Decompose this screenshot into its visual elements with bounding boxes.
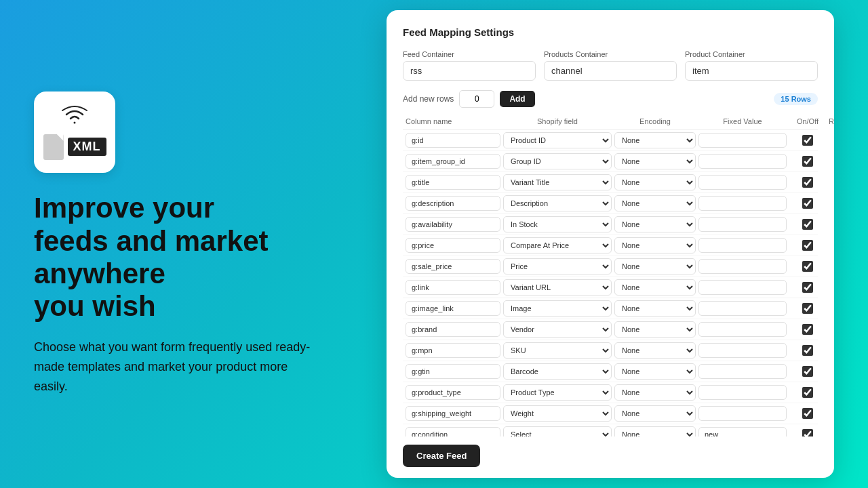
- shopify-field-select[interactable]: Product IDGroup IDVariant TitleDescripti…: [503, 174, 612, 190]
- fixed-value-input[interactable]: [698, 280, 787, 295]
- encoding-select[interactable]: NoneUTF-8HTML Entities: [614, 321, 696, 338]
- col-header-encoding: Encoding: [614, 117, 696, 125]
- fixed-value-input[interactable]: [698, 385, 787, 400]
- col-name-input[interactable]: [406, 364, 500, 379]
- encoding-select[interactable]: NoneUTF-8HTML Entities: [614, 132, 696, 148]
- row-toggle[interactable]: [802, 198, 813, 209]
- col-name-input[interactable]: [406, 154, 500, 169]
- encoding-select[interactable]: NoneUTF-8HTML Entities: [614, 363, 696, 380]
- col-name-input[interactable]: [406, 280, 500, 295]
- shopify-field-select[interactable]: Product IDGroup IDVariant TitleDescripti…: [503, 237, 612, 253]
- fixed-value-input[interactable]: [698, 196, 787, 211]
- col-name-input[interactable]: [406, 385, 500, 400]
- fixed-value-input[interactable]: [698, 259, 787, 274]
- col-name-input[interactable]: [406, 133, 500, 148]
- encoding-select[interactable]: NoneUTF-8HTML Entities: [614, 342, 696, 359]
- fixed-value-input[interactable]: [698, 343, 787, 358]
- encoding-select[interactable]: NoneUTF-8HTML Entities: [614, 258, 696, 274]
- fixed-value-input[interactable]: [698, 154, 787, 169]
- shopify-field-select[interactable]: Product IDGroup IDVariant TitleDescripti…: [503, 426, 612, 436]
- encoding-select[interactable]: NoneUTF-8HTML Entities: [614, 195, 696, 211]
- add-rows-button[interactable]: Add: [500, 91, 534, 107]
- col-header-shopify: Shopify field: [503, 117, 612, 125]
- row-toggle[interactable]: [802, 408, 813, 419]
- fixed-value-input[interactable]: [698, 322, 787, 337]
- encoding-select[interactable]: NoneUTF-8HTML Entities: [614, 216, 696, 232]
- row-toggle[interactable]: [802, 387, 813, 398]
- table-header: Column name Shopify field Encoding Fixed…: [403, 117, 818, 130]
- shopify-field-select[interactable]: Product IDGroup IDVariant TitleDescripti…: [503, 153, 612, 169]
- row-toggle[interactable]: [802, 219, 813, 230]
- fixed-value-input[interactable]: [698, 133, 787, 148]
- shopify-field-select[interactable]: Product IDGroup IDVariant TitleDescripti…: [503, 195, 612, 211]
- row-toggle[interactable]: [802, 303, 813, 314]
- row-toggle[interactable]: [802, 261, 813, 272]
- shopify-field-select[interactable]: Product IDGroup IDVariant TitleDescripti…: [503, 384, 612, 401]
- shopify-field-select[interactable]: Product IDGroup IDVariant TitleDescripti…: [503, 216, 612, 232]
- col-name-input[interactable]: [406, 196, 500, 211]
- products-container-group: Products Container: [544, 50, 677, 81]
- shopify-field-select[interactable]: Product IDGroup IDVariant TitleDescripti…: [503, 405, 612, 422]
- fixed-value-input[interactable]: [698, 217, 787, 232]
- encoding-select[interactable]: NoneUTF-8HTML Entities: [614, 426, 696, 436]
- fixed-value-input[interactable]: [698, 301, 787, 316]
- shopify-field-select[interactable]: Product IDGroup IDVariant TitleDescripti…: [503, 321, 612, 338]
- col-name-input[interactable]: [406, 322, 500, 337]
- table-row: Product IDGroup IDVariant TitleDescripti…: [403, 361, 818, 382]
- col-header-fixed: Fixed Value: [698, 117, 787, 125]
- xml-label: XML: [68, 138, 106, 156]
- shopify-field-select[interactable]: Product IDGroup IDVariant TitleDescripti…: [503, 258, 612, 274]
- shopify-field-select[interactable]: Product IDGroup IDVariant TitleDescripti…: [503, 300, 612, 317]
- col-name-input[interactable]: [406, 217, 500, 232]
- product-container-input[interactable]: [685, 61, 818, 81]
- col-name-input[interactable]: [406, 427, 500, 436]
- row-toggle[interactable]: [802, 177, 813, 188]
- fixed-value-input[interactable]: [698, 238, 787, 253]
- create-feed-button[interactable]: Create Feed: [403, 445, 480, 467]
- row-toggle[interactable]: [802, 282, 813, 293]
- fixed-value-input[interactable]: [698, 175, 787, 190]
- col-header-name: Column name: [406, 117, 500, 125]
- encoding-select[interactable]: NoneUTF-8HTML Entities: [614, 279, 696, 296]
- checkbox-cell: [789, 177, 818, 188]
- encoding-select[interactable]: NoneUTF-8HTML Entities: [614, 405, 696, 422]
- products-container-input[interactable]: [544, 61, 677, 81]
- col-name-input[interactable]: [406, 259, 500, 274]
- checkbox-cell: [789, 429, 818, 436]
- col-name-input[interactable]: [406, 406, 500, 421]
- shopify-field-select[interactable]: Product IDGroup IDVariant TitleDescripti…: [503, 342, 612, 359]
- feed-container-input[interactable]: [403, 61, 536, 81]
- fixed-value-input[interactable]: [698, 406, 787, 421]
- row-toggle[interactable]: [802, 345, 813, 356]
- encoding-select[interactable]: NoneUTF-8HTML Entities: [614, 300, 696, 317]
- encoding-select[interactable]: NoneUTF-8HTML Entities: [614, 237, 696, 253]
- encoding-select[interactable]: NoneUTF-8HTML Entities: [614, 174, 696, 190]
- product-container-label: Product Container: [685, 50, 818, 58]
- table-body: Product IDGroup IDVariant TitleDescripti…: [403, 130, 818, 436]
- fixed-value-input[interactable]: [698, 364, 787, 379]
- checkbox-cell: [789, 324, 818, 335]
- add-rows-input[interactable]: [459, 90, 494, 108]
- col-name-input[interactable]: [406, 301, 500, 316]
- col-name-input[interactable]: [406, 343, 500, 358]
- row-toggle[interactable]: [802, 135, 813, 146]
- rows-badge: 15 Rows: [774, 93, 818, 105]
- col-name-input[interactable]: [406, 238, 500, 253]
- row-toggle[interactable]: [802, 240, 813, 251]
- shopify-field-select[interactable]: Product IDGroup IDVariant TitleDescripti…: [503, 279, 612, 296]
- fixed-value-input[interactable]: [698, 427, 787, 436]
- shopify-field-select[interactable]: Product IDGroup IDVariant TitleDescripti…: [503, 132, 612, 148]
- table-row: Product IDGroup IDVariant TitleDescripti…: [403, 298, 818, 319]
- row-toggle[interactable]: [802, 156, 813, 167]
- encoding-select[interactable]: NoneUTF-8HTML Entities: [614, 153, 696, 169]
- checkbox-cell: [789, 156, 818, 167]
- row-toggle[interactable]: [802, 429, 813, 436]
- shopify-field-select[interactable]: Product IDGroup IDVariant TitleDescripti…: [503, 363, 612, 380]
- encoding-select[interactable]: NoneUTF-8HTML Entities: [614, 384, 696, 401]
- table-row: Product IDGroup IDVariant TitleDescripti…: [403, 235, 818, 256]
- col-header-remove: Remove: [829, 117, 834, 125]
- row-toggle[interactable]: [802, 324, 813, 335]
- col-name-input[interactable]: [406, 175, 500, 190]
- checkbox-cell: [789, 240, 818, 251]
- row-toggle[interactable]: [802, 366, 813, 377]
